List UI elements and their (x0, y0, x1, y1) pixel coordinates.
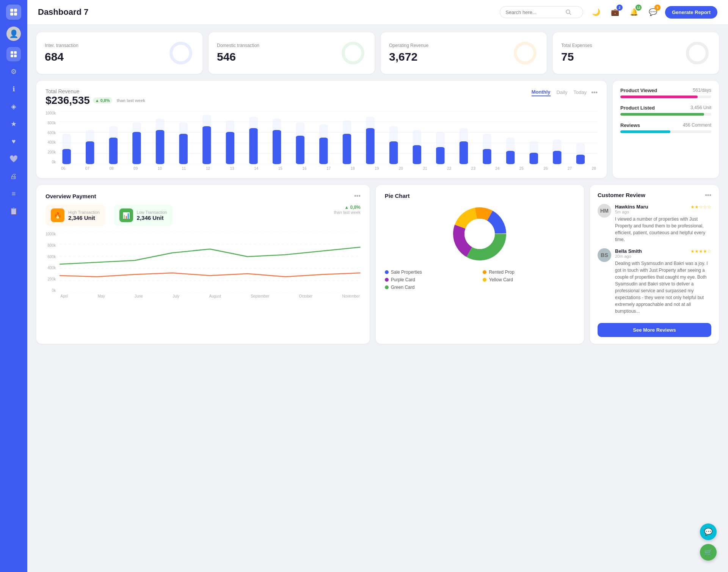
stat-cards-row: Inter. transaction 684 Domestic transact… (36, 32, 719, 74)
bar-chart-container: 1000k800k600k400k200k0k (46, 111, 598, 171)
stat-card-total-expenses: Total Expenses 75 (553, 32, 719, 74)
float-support-button[interactable]: 💬 (700, 523, 717, 540)
review-avatar-0: HM (598, 204, 611, 218)
revenue-tabs: Monthly Daily Today (532, 88, 587, 96)
payment-title: Overview Payment (46, 193, 96, 199)
low-transaction-icon: 📊 (119, 208, 133, 222)
low-transaction-label: Low Transaction (137, 210, 167, 215)
payment-more-button[interactable]: ••• (354, 193, 361, 199)
reviews-fill (620, 130, 670, 133)
review-text-1: Dealing with Syamsudin and Bakri was a j… (615, 260, 711, 315)
sidebar-item-reports[interactable]: 📋 (6, 204, 21, 218)
review-text-0: I viewed a number of properties with Jus… (615, 216, 711, 243)
revenue-more-button[interactable]: ••• (591, 89, 598, 96)
review-item-0: HM Hawkins Maru ★★☆☆☆ 5m ago I viewed a … (598, 204, 711, 243)
pie-legend: Sale Properties Rented Prop Purple Card (385, 270, 575, 290)
notifications-btn[interactable]: 🔔 12 (627, 5, 641, 19)
review-content-0: Hawkins Maru ★★☆☆☆ 5m ago I viewed a num… (615, 204, 711, 243)
donut-chart-1 (340, 40, 366, 66)
legend-dot-purple (385, 278, 389, 282)
review-name-0: Hawkins Maru (615, 204, 648, 210)
tab-daily[interactable]: Daily (557, 89, 568, 96)
legend-sale-properties: Sale Properties (385, 270, 477, 275)
payment-header: Overview Payment ••• (46, 193, 361, 199)
svg-rect-0 (10, 9, 13, 12)
float-cart-button[interactable]: 🛒 (700, 544, 717, 561)
svg-rect-47 (319, 138, 328, 164)
stat-row-product-viewed: Product Viewed 561/days (620, 88, 711, 98)
sidebar-item-analytics[interactable]: ◈ (6, 99, 21, 114)
wallet-icon-btn[interactable]: 💼 2 (608, 5, 622, 19)
svg-rect-67 (553, 151, 561, 164)
legend-purple-card: Purple Card (385, 277, 477, 282)
line-chart-x-labels: AprilMayJuneJulyAugustSeptemberOctoberNo… (60, 294, 361, 298)
review-avatar-1: BS (598, 248, 611, 262)
svg-rect-31 (133, 132, 141, 164)
wallet-badge: 2 (617, 5, 623, 11)
legend-yellow-card: Yellow Card (483, 277, 575, 282)
svg-point-81 (464, 219, 495, 249)
sidebar-item-info[interactable]: ℹ (6, 82, 21, 96)
sidebar-item-saved[interactable]: 🤍 (6, 152, 21, 166)
search-input[interactable] (505, 9, 562, 15)
stat-label-0: Inter. transaction (45, 43, 78, 48)
x-axis-labels: 0607080910111213141516171819202122232425… (60, 166, 598, 171)
search-bar[interactable] (500, 6, 583, 18)
main-content: Dashboard 7 🌙 💼 2 🔔 12 💬 5 Generate Repo… (27, 0, 728, 572)
revenue-header: Total Revenue $236,535 ▲ 0,8% than last … (46, 88, 598, 107)
line-chart-container: 1000k800k600k400k200k0k (46, 232, 361, 298)
stat-label-2: Operating Revenue (389, 43, 428, 48)
review-stars-0: ★★☆☆☆ (690, 204, 711, 210)
svg-point-8 (566, 10, 570, 14)
payment-pct-sub: than last week (334, 210, 360, 215)
stats-sidebar: Product Viewed 561/days Product Listed 3… (613, 81, 719, 178)
floating-buttons: 💬 🛒 (700, 523, 717, 561)
payment-pct: ▲ 0,8% (334, 205, 360, 210)
sidebar-item-print[interactable]: 🖨 (6, 169, 21, 183)
reviews-title: Customer Review (598, 192, 645, 199)
line-chart-y-labels: 1000k800k600k400k200k0k (46, 232, 58, 293)
svg-rect-39 (226, 132, 234, 164)
stat-card-domestic-transaction: Domestic transaction 546 (209, 32, 375, 74)
product-viewed-value: 561/days (693, 88, 711, 93)
generate-report-button[interactable]: Generate Report (665, 6, 717, 19)
sidebar: 👤 ⚙ ℹ ◈ ★ ♥ 🤍 🖨 ≡ 📋 (0, 0, 27, 572)
donut-chart-0 (168, 40, 194, 66)
red-line (60, 273, 361, 277)
legend-rented-prop: Rented Prop (483, 270, 575, 275)
reviews-label: Reviews (620, 122, 640, 128)
tab-today[interactable]: Today (573, 89, 587, 96)
revenue-card: Total Revenue $236,535 ▲ 0,8% than last … (36, 81, 607, 178)
tab-monthly[interactable]: Monthly (532, 88, 551, 96)
dark-mode-toggle[interactable]: 🌙 (589, 5, 603, 19)
chat-btn[interactable]: 💬 5 (646, 5, 660, 19)
revenue-amount: $236,535 ▲ 0,8% than last week (46, 94, 145, 107)
stat-value-3: 75 (561, 50, 592, 63)
bar-chart (60, 111, 598, 164)
sidebar-item-dashboard[interactable] (6, 47, 21, 61)
reviews-more-button[interactable]: ••• (705, 192, 711, 199)
payment-stats: 🔥 High Transaction 2,346 Unit 📊 Low Tran… (46, 205, 361, 226)
avatar[interactable]: 👤 (6, 27, 21, 41)
svg-line-9 (570, 13, 571, 15)
sidebar-item-liked[interactable]: ♥ (6, 134, 21, 149)
svg-rect-43 (273, 130, 281, 164)
stat-label-3: Total Expenses (561, 43, 592, 48)
sidebar-item-settings[interactable]: ⚙ (6, 64, 21, 79)
revenue-sub: than last week (117, 98, 145, 103)
svg-rect-5 (14, 51, 17, 54)
customer-review-panel: Customer Review ••• HM Hawkins Maru ★★☆☆… (590, 185, 719, 344)
high-transaction-value: 2,346 Unit (68, 215, 100, 221)
see-more-reviews-button[interactable]: See More Reviews (598, 323, 711, 337)
svg-rect-57 (436, 147, 444, 164)
product-viewed-fill (620, 96, 698, 98)
svg-point-16 (687, 43, 707, 63)
sidebar-logo (6, 5, 21, 20)
pie-chart-card: Pie Chart (376, 185, 584, 344)
svg-rect-1 (14, 9, 17, 12)
sidebar-item-favorites[interactable]: ★ (6, 117, 21, 131)
sidebar-item-list[interactable]: ≡ (6, 186, 21, 201)
svg-rect-3 (14, 13, 17, 16)
pie-chart-svg (449, 204, 510, 264)
overview-payment-card: Overview Payment ••• 🔥 High Transaction … (36, 185, 370, 344)
